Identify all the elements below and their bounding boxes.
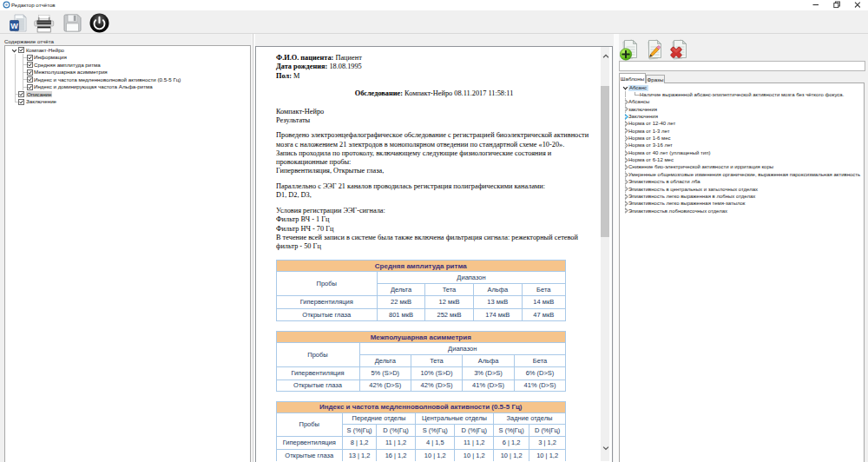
svg-text:W: W <box>10 22 18 30</box>
